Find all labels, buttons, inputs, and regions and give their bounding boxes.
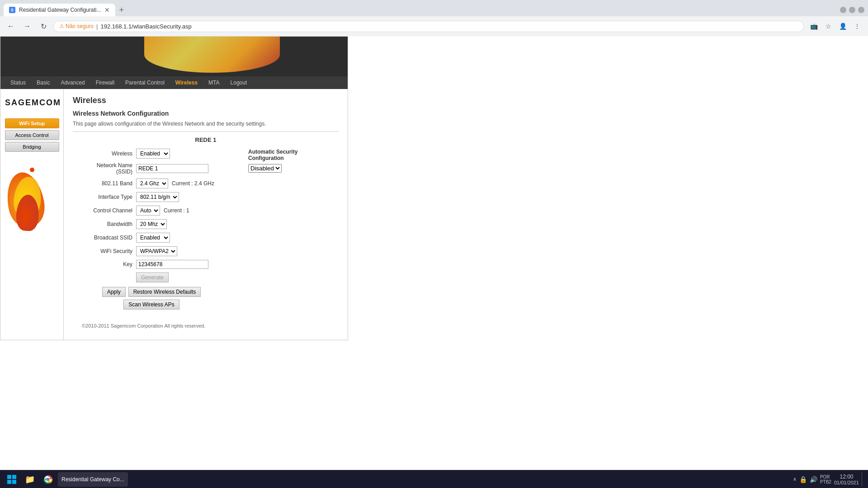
back-button[interactable]: ← [5,20,17,33]
sidebar-item-bridging[interactable]: Bridging [5,142,59,152]
router-app-label: Residential Gateway Co... [61,476,124,483]
windows-icon [7,475,16,484]
address-text: 192.168.1.1/wlanBasicSecurity.asp [100,23,191,30]
nav-status[interactable]: Status [5,78,31,88]
tray-arrow[interactable]: ∧ [793,476,797,482]
logo-text: SAGEMCOM [5,98,59,108]
close-button[interactable] [858,7,864,13]
wireless-select[interactable]: Enabled Disabled [136,149,170,159]
channel-label: Control Channel [73,207,136,214]
wireless-control: Enabled Disabled [136,149,170,159]
network-name-control [136,164,208,173]
maximize-button[interactable] [849,7,855,13]
nav-wireless[interactable]: Wireless [170,78,203,88]
content-wrapper: SAGEMCOM WiFi Setup Access Control Bridg… [0,89,348,340]
auto-security-title: Automatic SecurityConfiguration [248,149,339,161]
tray-datetime: 12:00 01/01/2021 [834,474,859,485]
interface-label: Interface Type [73,194,136,200]
profile-button[interactable]: 👤 [836,20,849,33]
rede-title: REDE 1 [73,136,339,143]
tray-date-text: 01/01/2021 [834,480,859,485]
footer-text: ©2010-2011 Sagemcom Corporation All righ… [82,323,205,328]
band-label: 802.11 Band [73,180,136,187]
tab-favicon: S [9,7,15,13]
chrome-icon [43,475,52,484]
active-tab[interactable]: S Residential Gateway Configurati... ✕ [4,4,115,16]
form-layout: Wireless Enabled Disabled Network Name(S… [73,149,339,310]
new-tab-button[interactable]: + [115,5,127,15]
main-content: Wireless Wireless Network Configuration … [64,89,348,340]
band-current: Current : 2.4 GHz [172,180,214,187]
tab-close-button[interactable]: ✕ [104,6,110,14]
nav-parental-control[interactable]: Parental Control [120,78,170,88]
warning-icon: ⚠ [59,23,64,29]
show-desktop-button[interactable] [862,472,864,487]
auto-security-select[interactable]: Disabled Enabled [248,164,282,173]
menu-button[interactable]: ⋮ [851,20,863,33]
taskbar-tray: ∧ 🔒 🔊 PORPTB2 12:00 01/01/2021 [793,472,864,487]
section-title: Wireless Network Configuration [73,110,339,117]
channel-select[interactable]: Auto 123 456 [136,206,160,216]
router-app-button[interactable]: Residential Gateway Co... [58,472,128,487]
interface-control: 802.11 b/g/n 802.11 b/g 802.11 n [136,192,179,202]
generate-button[interactable]: Generate [136,272,169,282]
file-explorer-button[interactable]: 📁 [22,472,38,487]
tab-title: Residential Gateway Configurati... [19,7,101,13]
action-buttons: Apply Restore Wireless Defaults [73,287,230,297]
channel-row: Control Channel Auto 123 456 Current : 1 [73,206,230,216]
sidebar-logo: SAGEMCOM [0,94,63,117]
cast-button[interactable]: 📺 [807,20,820,33]
wifi-security-select[interactable]: WPA/WPA2 WPA2 WPA WEP None [136,246,177,256]
browser-tab-bar: S Residential Gateway Configurati... ✕ + [0,0,868,16]
footer: ©2010-2011 Sagemcom Corporation All righ… [73,319,339,333]
channel-current: Current : 1 [164,207,189,214]
address-bar[interactable]: ⚠ Não seguro | 192.168.1.1/wlanBasicSecu… [53,21,804,32]
rede-section: REDE 1 Wireless Enabled Disabled [73,136,339,310]
router-container: Status Basic Advanced Firewall Parental … [0,36,348,340]
key-label: Key [73,261,136,267]
key-input[interactable] [136,260,208,269]
broadcast-control: Enabled Disabled [136,233,170,243]
tray-network-icon: 🔒 [799,476,807,483]
file-explorer-icon: 📁 [25,474,35,484]
bandwidth-select[interactable]: 20 Mhz 40 Mhz [136,219,167,229]
nav-logout[interactable]: Logout [225,78,253,88]
nav-advanced[interactable]: Advanced [55,78,90,88]
svg-rect-3 [12,480,16,484]
restore-button[interactable]: Restore Wireless Defaults [128,287,201,297]
start-button[interactable] [4,472,20,487]
nav-basic[interactable]: Basic [31,78,55,88]
interface-select[interactable]: 802.11 b/g/n 802.11 b/g 802.11 n [136,192,179,202]
nav-firewall[interactable]: Firewall [90,78,120,88]
sidebar-item-access-control[interactable]: Access Control [5,130,59,140]
description: This page allows configuration of the Wi… [73,121,339,132]
chrome-button[interactable] [40,472,56,487]
security-warning: ⚠ Não seguro [59,23,94,29]
broadcast-row: Broadcast SSID Enabled Disabled [73,233,230,243]
scan-button[interactable]: Scan Wireless APs [123,300,179,310]
band-control: 2.4 Ghz 5 Ghz [136,178,168,188]
bandwidth-row: Bandwidth 20 Mhz 40 Mhz [73,219,230,229]
tray-time-text: 12:00 [834,474,859,480]
generate-row: Generate [73,272,230,282]
sidebar-item-wifi-setup[interactable]: WiFi Setup [5,118,59,128]
scan-row: Scan Wireless APs [73,300,230,310]
minimize-button[interactable] [840,7,846,13]
apply-button[interactable]: Apply [102,287,126,297]
network-name-row: Network Name(SSID) [73,162,230,175]
bookmark-button[interactable]: ☆ [822,20,835,33]
wifi-security-row: WiFi Security WPA/WPA2 WPA2 WPA WEP None [73,246,230,256]
wireless-row: Wireless Enabled Disabled [73,149,230,159]
band-row: 802.11 Band 2.4 Ghz 5 Ghz Current : 2.4 … [73,178,230,188]
forward-button[interactable]: → [21,20,33,33]
interface-row: Interface Type 802.11 b/g/n 802.11 b/g 8… [73,192,230,202]
channel-control: Auto 123 456 [136,206,160,216]
broadcast-select[interactable]: Enabled Disabled [136,233,170,243]
key-row: Key [73,260,230,269]
wireless-label: Wireless [73,150,136,157]
reload-button[interactable]: ↻ [37,20,50,33]
band-select[interactable]: 2.4 Ghz 5 Ghz [136,178,168,188]
nav-mta[interactable]: MTA [203,78,225,88]
svg-rect-2 [7,480,11,484]
ssid-input[interactable] [136,164,208,173]
